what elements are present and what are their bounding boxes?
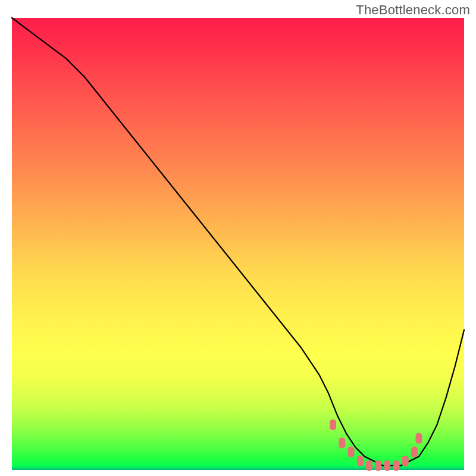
plot-area [12, 18, 464, 470]
optimal-marker [384, 460, 390, 471]
optimal-marker [416, 433, 422, 444]
watermark-text: TheBottleneck.com [356, 2, 470, 18]
optimal-marker [357, 456, 364, 466]
optimal-marker [375, 460, 381, 471]
optimal-marker [339, 437, 345, 448]
bottleneck-curve-line [12, 18, 464, 465]
optimal-marker [411, 447, 418, 458]
optimal-marker [393, 460, 400, 471]
optimal-marker [330, 419, 336, 430]
optimal-marker [402, 456, 409, 466]
chart-overlay [12, 18, 464, 470]
optimal-marker [348, 447, 355, 458]
chart-frame: TheBottleneck.com [0, 0, 476, 476]
optimal-marker [366, 460, 372, 471]
